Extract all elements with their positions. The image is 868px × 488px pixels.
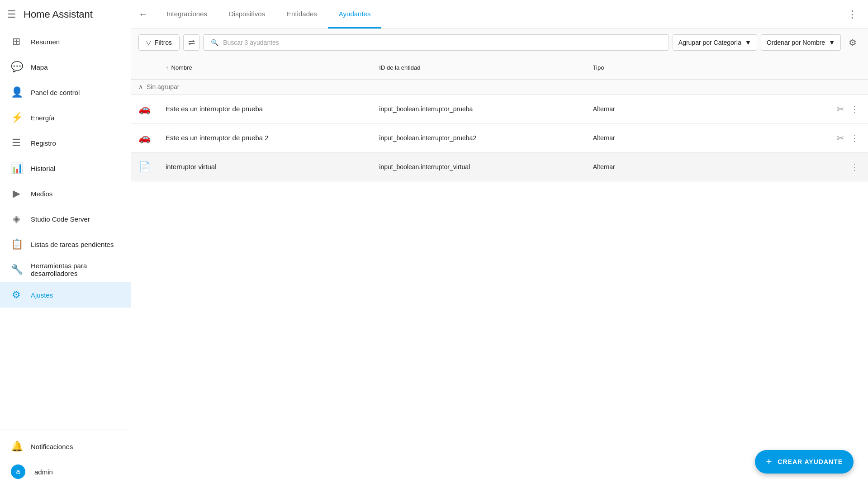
tab-ayudantes[interactable]: Ayudantes	[328, 0, 382, 28]
row-type: Alternar	[593, 163, 806, 171]
adjust-button[interactable]: ⇌	[183, 34, 199, 51]
search-box[interactable]: 🔍 Buscar 3 ayudantes	[203, 34, 669, 51]
studio-icon: ◈	[11, 213, 22, 225]
sidebar-item-label: Energía	[31, 114, 55, 122]
sidebar-item-energia[interactable]: ⚡ Energía	[0, 105, 131, 130]
chevron-down-icon: ▼	[745, 39, 751, 46]
sidebar-item-medios[interactable]: ▶ Medios	[0, 181, 131, 206]
sort-label: Ordenar por Nombre	[767, 39, 825, 46]
notificaciones-label: Notificaciones	[31, 443, 73, 450]
row-type: Alternar	[593, 134, 806, 142]
sidebar-item-herramientas[interactable]: 🔧 Herramientas para desarrolladores	[0, 257, 131, 282]
plus-icon: +	[766, 456, 772, 468]
col-tipo: Tipo	[593, 64, 806, 71]
back-button[interactable]: ←	[131, 0, 156, 28]
create-ayudante-button[interactable]: + CREAR AYUDANTE	[755, 450, 854, 474]
topbar: ← IntegracionesDispositivosEntidadesAyud…	[131, 0, 868, 29]
adjust-icon: ⇌	[188, 38, 195, 47]
row-name: Este es un interruptor de prueba 2	[166, 134, 379, 142]
filter-label: Filtros	[155, 39, 172, 46]
row-entity-id: input_boolean.interruptor_prueba	[379, 105, 593, 113]
sort-chevron-icon: ▼	[829, 39, 835, 46]
collapse-icon: ∧	[138, 83, 143, 90]
fab-label: CREAR AYUDANTE	[778, 458, 843, 465]
group-label: Sin agrupar	[147, 83, 179, 90]
row-type: Alternar	[593, 105, 806, 113]
main-content: ← IntegracionesDispositivosEntidadesAyud…	[131, 0, 868, 488]
historial-icon: 📊	[11, 162, 22, 174]
sidebar-item-historial[interactable]: 📊 Historial	[0, 156, 131, 181]
sidebar: ☰ Home Assistant ⊞ Resumen 💬 Mapa 👤 Pane…	[0, 0, 131, 488]
edit-icon[interactable]: ✂	[835, 131, 846, 145]
table-row[interactable]: 🚗 Este es un interruptor de prueba 2 inp…	[131, 123, 868, 152]
search-placeholder: Buscar 3 ayudantes	[223, 39, 279, 46]
topbar-tabs: IntegracionesDispositivosEntidadesAyudan…	[156, 0, 840, 28]
sidebar-item-notificaciones[interactable]: 🔔 Notificaciones	[0, 434, 131, 459]
group-header[interactable]: ∧ Sin agrupar	[131, 80, 868, 95]
more-row-icon[interactable]: ⋮	[848, 131, 861, 145]
ajustes-icon: ⚙	[11, 289, 22, 301]
tab-dispositivos[interactable]: Dispositivos	[218, 0, 276, 28]
resumen-icon: ⊞	[11, 36, 22, 47]
table-header: ↑ Nombre ID de la entidad Tipo	[131, 56, 868, 80]
sidebar-bottom: 🔔 Notificaciones a admin	[0, 430, 131, 488]
settings-button[interactable]: ⚙	[844, 34, 861, 51]
panel-icon: 👤	[11, 86, 22, 98]
avatar: a	[11, 464, 25, 479]
app-title: Home Assistant	[24, 9, 93, 20]
sidebar-item-label: Studio Code Server	[31, 215, 90, 223]
row-entity-id: input_boolean.interruptor_prueba2	[379, 134, 593, 142]
row-actions: ⋮	[806, 160, 861, 174]
sidebar-item-mapa[interactable]: 💬 Mapa	[0, 54, 131, 80]
sidebar-item-label: Registro	[31, 139, 56, 147]
filter-icon: ▽	[146, 39, 151, 46]
sidebar-item-registro[interactable]: ☰ Registro	[0, 130, 131, 156]
edit-icon[interactable]: ✂	[835, 102, 846, 116]
listas-icon: 📋	[11, 238, 22, 250]
herramientas-icon: 🔧	[11, 264, 22, 275]
medios-icon: ▶	[11, 188, 22, 199]
sidebar-item-label: Listas de tareas pendientes	[31, 241, 114, 248]
row-actions: ✂ ⋮	[806, 102, 861, 116]
more-menu-button[interactable]: ⋮	[840, 9, 864, 20]
row-entity-icon: 🚗	[138, 132, 166, 144]
table-row[interactable]: 📄 interruptor virtual input_boolean.inte…	[131, 152, 868, 181]
sidebar-item-label: Herramientas para desarrolladores	[31, 262, 120, 277]
admin-label: admin	[34, 468, 53, 476]
settings-icon: ⚙	[849, 37, 857, 48]
sidebar-item-studio[interactable]: ◈ Studio Code Server	[0, 206, 131, 232]
more-row-icon[interactable]: ⋮	[848, 160, 861, 174]
sidebar-item-label: Mapa	[31, 63, 48, 71]
sidebar-item-label: Panel de control	[31, 89, 80, 96]
sidebar-item-label: Resumen	[31, 38, 60, 46]
more-row-icon[interactable]: ⋮	[848, 102, 861, 116]
menu-icon[interactable]: ☰	[7, 9, 16, 20]
group-by-button[interactable]: Agrupar por Categoría ▼	[673, 34, 757, 51]
tab-entidades[interactable]: Entidades	[276, 0, 328, 28]
sort-by-button[interactable]: Ordenar por Nombre ▼	[761, 34, 841, 51]
sort-up-icon: ↑	[166, 64, 169, 71]
group-label: Agrupar por Categoría	[678, 39, 741, 46]
col-entidad-id: ID de la entidad	[379, 64, 593, 71]
energia-icon: ⚡	[11, 112, 22, 123]
table-container: ↑ Nombre ID de la entidad Tipo ∧ Sin agr…	[131, 56, 868, 488]
sidebar-item-label: Historial	[31, 165, 55, 172]
sidebar-item-ajustes[interactable]: ⚙ Ajustes	[0, 282, 131, 308]
col-nombre: ↑ Nombre	[166, 64, 379, 71]
sidebar-nav: ⊞ Resumen 💬 Mapa 👤 Panel de control ⚡ En…	[0, 29, 131, 430]
table-row[interactable]: 🚗 Este es un interruptor de prueba input…	[131, 95, 868, 123]
sidebar-header: ☰ Home Assistant	[0, 0, 131, 29]
search-icon: 🔍	[211, 39, 218, 46]
sidebar-item-panel[interactable]: 👤 Panel de control	[0, 80, 131, 105]
row-name: interruptor virtual	[166, 163, 379, 171]
sidebar-item-resumen[interactable]: ⊞ Resumen	[0, 29, 131, 54]
tab-integraciones[interactable]: Integraciones	[156, 0, 218, 28]
row-name: Este es un interruptor de prueba	[166, 105, 379, 113]
sidebar-item-label: Ajustes	[31, 291, 53, 299]
filter-button[interactable]: ▽ Filtros	[138, 34, 180, 51]
mapa-icon: 💬	[11, 61, 22, 73]
sidebar-item-listas[interactable]: 📋 Listas de tareas pendientes	[0, 232, 131, 257]
row-actions: ✂ ⋮	[806, 131, 861, 145]
sidebar-item-admin[interactable]: a admin	[0, 459, 131, 484]
row-entity-id: input_boolean.interruptor_virtual	[379, 163, 593, 171]
